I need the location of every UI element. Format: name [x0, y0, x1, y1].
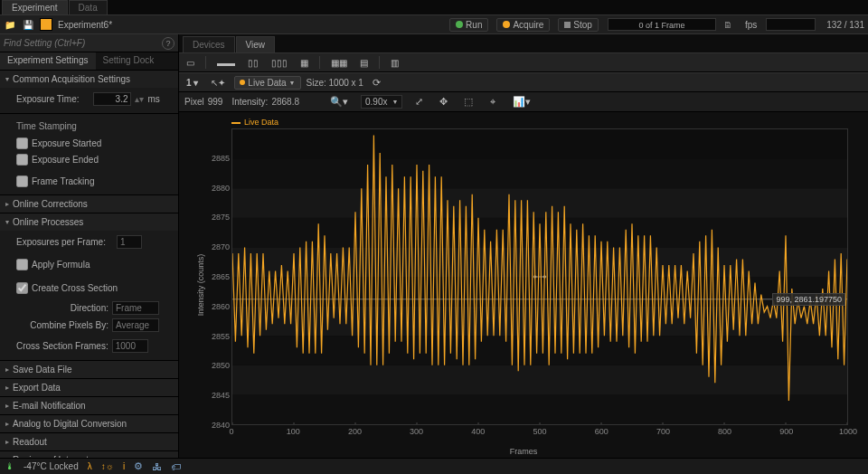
frame-indicator: 0 of 1 Frame	[608, 18, 716, 31]
folder-icon[interactable]: 📁	[4, 18, 16, 31]
settings-gear-icon[interactable]: ⚙	[134, 460, 143, 472]
svg-rect-8	[232, 159, 847, 189]
combine-select[interactable]	[112, 318, 159, 332]
view-info-toolbar: Pixel 999 Intensity: 2868.8 🔍▾ 0.90x▼ ⤢ …	[179, 92, 868, 112]
chevron-down-icon: ▾	[5, 75, 9, 83]
cross-section-frames-label: Cross Section Frames:	[16, 341, 108, 351]
x-axis-title: Frames	[510, 447, 538, 456]
info-icon[interactable]: i	[123, 461, 125, 471]
tab-experiment[interactable]: Experiment	[2, 0, 68, 14]
group-export-data[interactable]: ▸Export Data	[0, 379, 178, 396]
chevron-right-icon: ▸	[5, 402, 9, 410]
spinner-icon[interactable]: ▴▾	[135, 94, 144, 104]
tag-icon[interactable]: 🏷	[171, 461, 181, 472]
layout-1-icon[interactable]: ▭	[183, 55, 198, 70]
frame-tracking-checkbox	[16, 175, 28, 187]
chevron-right-icon: ▸	[5, 200, 9, 208]
group-online-processes[interactable]: ▾Online Processes	[0, 213, 178, 231]
save-icon[interactable]: 💾	[22, 18, 34, 31]
stop-button[interactable]: Stop	[558, 18, 599, 32]
exposure-time-label: Exposure Time:	[16, 94, 79, 104]
fps-value: 132 / 131	[826, 20, 864, 30]
exposure-time-input[interactable]	[93, 92, 131, 106]
crop-icon[interactable]: ⬚	[460, 95, 476, 109]
tab-setting-dock[interactable]: Setting Dock	[96, 52, 162, 70]
pixel-value: 999	[208, 97, 223, 107]
acquire-button[interactable]: Acquire	[496, 18, 550, 32]
group-readout[interactable]: ▸Readout	[0, 433, 178, 450]
layout-4-icon[interactable]: ▦	[297, 55, 312, 70]
group-roi[interactable]: ▸Regions of Interest	[0, 451, 178, 458]
cross-section-frames-input[interactable]	[112, 339, 148, 353]
tab-experiment-settings[interactable]: Experiment Settings	[0, 52, 96, 70]
svg-rect-2	[232, 336, 847, 365]
lambda-icon[interactable]: λ	[88, 461, 92, 471]
thermometer-icon: 🌡	[5, 461, 14, 471]
group-email-notification[interactable]: ▸E-mail Notification	[0, 397, 178, 414]
experiment-icon	[40, 18, 52, 31]
group-common-acquisition[interactable]: ▾Common Acquisition Settings	[0, 71, 178, 88]
fps-label: fps	[745, 20, 757, 30]
timestamping-label: Time Stamping	[16, 121, 169, 131]
legend-live-data: Live Data	[231, 118, 278, 127]
chevron-right-icon: ▸	[5, 438, 9, 446]
intensity-value: 2868.8	[271, 97, 299, 107]
fps-box	[766, 18, 816, 31]
layout-grid-icon[interactable]: ▦▦	[327, 55, 351, 70]
layout-mixed-icon[interactable]: ▤	[356, 55, 372, 70]
frame-back-icon[interactable]: 1 ▾	[183, 75, 202, 90]
svg-rect-1	[232, 365, 847, 395]
group-online-corrections[interactable]: ▸Online Corrections	[0, 195, 178, 213]
pan-icon[interactable]: ✥	[436, 95, 451, 109]
title-bar: 📁 💾 Experiment6* Run Acquire Stop 0 of 1…	[0, 14, 868, 34]
svg-rect-0	[232, 394, 847, 424]
group-adc[interactable]: ▸Analog to Digital Conversion	[0, 415, 178, 432]
intensity-label: Intensity:	[231, 97, 268, 107]
find-setting-input[interactable]	[4, 38, 162, 48]
run-button[interactable]: Run	[449, 18, 488, 32]
fit-icon[interactable]: ⤢	[411, 95, 427, 109]
pixel-label: Pixel	[184, 97, 204, 107]
layout-2v-icon[interactable]: ▯▯	[244, 55, 262, 70]
histogram-icon[interactable]: 📊▾	[509, 95, 534, 109]
sidebar: ? Experiment Settings Setting Dock ▾Comm…	[0, 34, 179, 458]
tool-icon[interactable]: 🖧	[152, 461, 162, 472]
temperature-status: -47°C Locked	[24, 461, 79, 471]
crosshair-icon[interactable]: ⌖	[486, 95, 500, 109]
zoom-select[interactable]: 0.90x▼	[361, 95, 402, 109]
svg-rect-7	[232, 188, 847, 218]
content-tab-strip: Devices View	[179, 34, 868, 52]
tab-devices[interactable]: Devices	[183, 36, 235, 52]
svg-rect-3	[232, 307, 847, 337]
tab-view[interactable]: View	[236, 36, 276, 52]
layout-alt-icon[interactable]: ▥	[387, 55, 402, 70]
help-icon[interactable]: ?	[162, 37, 175, 50]
direction-select[interactable]	[112, 301, 159, 315]
top-tab-strip: Experiment Data	[0, 0, 868, 14]
live-dot-icon	[240, 80, 245, 85]
tab-data[interactable]: Data	[69, 0, 108, 14]
layout-2h-icon[interactable]: ▬▬	[213, 55, 239, 70]
svg-rect-4	[232, 277, 847, 307]
layout-3-icon[interactable]: ▯▯▯	[268, 55, 291, 70]
view-layout-toolbar: ▭ ▬▬ ▯▯ ▯▯▯ ▦ ▦▦ ▤ ▥	[179, 52, 868, 72]
crosshair-value: 999, 2861.197750	[772, 293, 845, 306]
apply-formula-checkbox	[16, 259, 28, 270]
live-data-chip[interactable]: Live Data▼	[234, 76, 300, 90]
exposure-started-checkbox	[16, 137, 28, 149]
chevron-right-icon: ▸	[5, 420, 9, 428]
magnifier-icon[interactable]: 🔍▾	[326, 95, 352, 109]
y-axis-title: Intensity (counts)	[196, 254, 205, 317]
exposures-per-frame-input[interactable]	[117, 235, 142, 249]
refresh-icon[interactable]: ⟳	[369, 75, 384, 90]
plot-area[interactable]: Live Data Intensity (counts) Frames 2840…	[179, 112, 868, 458]
chevron-right-icon: ▸	[5, 365, 9, 374]
group-save-data-file[interactable]: ▸Save Data File	[0, 361, 178, 378]
page-icon[interactable]: 🗎	[722, 18, 734, 31]
lambda-plus-icon[interactable]: ↕☼	[101, 461, 114, 471]
cursor-icon[interactable]: ↖✦	[207, 75, 229, 90]
exposure-ended-checkbox	[16, 154, 28, 166]
exposures-per-frame-label: Exposures per Frame:	[16, 237, 106, 247]
status-bar: 🌡 -47°C Locked λ ↕☼ i ⚙ 🖧 🏷	[0, 458, 868, 474]
experiment-title: Experiment6*	[58, 20, 112, 30]
